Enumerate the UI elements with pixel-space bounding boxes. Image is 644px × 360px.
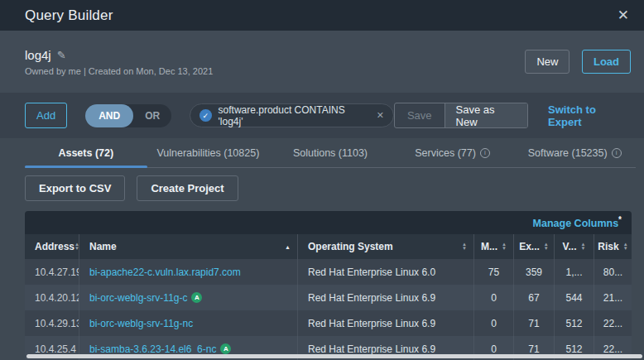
cell-risk: 22...	[594, 310, 632, 336]
edit-icon[interactable]: ✎	[57, 49, 66, 61]
asset-name-link[interactable]: bi-orc-weblg-srv-11g-nc	[89, 318, 193, 329]
column-header-v[interactable]: V... ▲▼	[555, 234, 594, 259]
query-builder-band: Add AND OR ✓ software.product CONTAINS '…	[0, 93, 644, 138]
create-project-button[interactable]: Create Project	[137, 175, 238, 201]
table-header-row: Address ▲▼ Name ▲ Operating System ▲▼ M.…	[25, 234, 632, 259]
sort-icon[interactable]: ▲▼	[544, 242, 549, 251]
column-header-name[interactable]: Name ▲	[79, 234, 298, 259]
filter-chip-text: software.product CONTAINS 'log4j'	[219, 104, 367, 127]
query-identity: log4j ✎ Owned by me | Created on Mon, De…	[25, 48, 213, 76]
column-header-risk[interactable]: Risk ▲▼	[594, 234, 632, 259]
cell-address: 10.4.27.190	[25, 259, 79, 285]
result-tabs: Assets (72) Vulnerabilities (10825) Solu…	[25, 138, 636, 168]
save-button[interactable]: Save	[395, 103, 445, 127]
save-button-group: Save Save as New	[394, 103, 528, 128]
query-meta: Owned by me | Created on Mon, Dec 13, 20…	[25, 66, 213, 76]
remove-filter-icon[interactable]: ✕	[377, 110, 384, 121]
cell-address: 10.4.29.135	[25, 310, 79, 336]
info-icon: i	[480, 148, 490, 158]
sort-asc-icon[interactable]: ▲	[285, 244, 291, 250]
toggle-or[interactable]: OR	[133, 110, 171, 122]
agent-badge-icon: A	[220, 343, 231, 354]
sort-icon[interactable]: ▲▼	[502, 242, 507, 251]
cell-os: Red Hat Enterprise Linux 6.9	[298, 310, 474, 336]
asset-name-link[interactable]: bi-orc-weblg-srv-11g-c	[89, 292, 187, 304]
table-actions: Export to CSV Create Project	[25, 175, 644, 201]
asterisk-badge: *	[618, 215, 622, 224]
load-button[interactable]: Load	[582, 50, 631, 74]
cell-risk: 21...	[594, 285, 632, 310]
column-header-address[interactable]: Address ▲▼	[25, 234, 79, 259]
filter-chip[interactable]: ✓ software.product CONTAINS 'log4j' ✕	[190, 103, 394, 127]
query-info-section: log4j ✎ Owned by me | Created on Mon, De…	[0, 31, 644, 93]
check-circle-icon: ✓	[199, 109, 211, 122]
query-info-buttons: New Load	[525, 50, 631, 74]
close-icon[interactable]: ✕	[618, 8, 629, 22]
table-row[interactable]: 10.4.29.135 bi-orc-weblg-srv-11g-nc Red …	[25, 310, 632, 336]
cell-m: 0	[474, 285, 514, 310]
sort-icon[interactable]: ▲▼	[580, 242, 585, 251]
cell-address: 10.4.20.124	[25, 285, 79, 310]
export-to-csv-button[interactable]: Export to CSV	[25, 175, 125, 201]
table-row[interactable]: 10.4.27.190 bi-apache22-c.vuln.lax.rapid…	[25, 259, 632, 285]
info-icon: i	[612, 148, 622, 158]
cell-ex: 67	[514, 285, 555, 310]
page-title: Query Builder	[25, 7, 113, 24]
asset-name-link[interactable]: bi-samba-3.6.23-14.el6_6-nc	[89, 343, 216, 355]
cell-ex: 71	[514, 310, 555, 336]
horizontal-scrollbar[interactable]	[26, 354, 642, 358]
cell-m: 0	[474, 310, 514, 336]
cell-v: 544	[555, 285, 594, 310]
query-name: log4j	[25, 48, 51, 62]
and-or-toggle: AND OR	[85, 104, 171, 127]
column-header-m[interactable]: M... ▲▼	[474, 234, 514, 259]
manage-columns-link[interactable]: Manage Columns*	[533, 215, 622, 229]
tab-assets[interactable]: Assets (72)	[25, 138, 147, 167]
sort-icon[interactable]: ▲▼	[623, 242, 628, 251]
dialog-titlebar: Query Builder ✕	[0, 0, 644, 31]
query-builder-dialog: Query Builder ✕ log4j ✎ Owned by me | Cr…	[0, 0, 644, 360]
tab-solutions[interactable]: Solutions (1103)	[269, 138, 392, 167]
asset-name-link[interactable]: bi-apache22-c.vuln.lax.rapid7.com	[89, 266, 241, 278]
switch-to-expert-link[interactable]: Switch to Expert	[548, 103, 631, 128]
column-header-os[interactable]: Operating System ▲▼	[298, 234, 474, 259]
column-header-ex[interactable]: Ex... ▲▼	[514, 234, 555, 259]
cell-v: 1,...	[555, 259, 594, 285]
cell-os: Red Hat Enterprise Linux 6.9	[298, 285, 474, 310]
toggle-and[interactable]: AND	[85, 104, 133, 127]
cell-os: Red Hat Enterprise Linux 6.0	[298, 259, 474, 285]
table-row[interactable]: 10.4.20.124 bi-orc-weblg-srv-11g-cA Red …	[25, 285, 632, 310]
save-as-new-button[interactable]: Save as New	[445, 103, 528, 127]
agent-badge-icon: A	[191, 292, 202, 303]
cell-ex: 359	[514, 259, 555, 285]
cell-v: 512	[555, 310, 594, 336]
tab-software[interactable]: Software (15235) i	[513, 138, 636, 167]
tab-vulnerabilities[interactable]: Vulnerabilities (10825)	[147, 138, 270, 167]
tab-services[interactable]: Services (77) i	[392, 138, 514, 167]
assets-table: Manage Columns* Address ▲▼ Name ▲ Operat…	[25, 211, 632, 360]
add-filter-button[interactable]: Add	[25, 103, 67, 128]
table-toolbar: Manage Columns*	[25, 211, 632, 234]
cell-m: 75	[474, 259, 514, 285]
sort-icon[interactable]: ▲▼	[462, 242, 467, 251]
cell-risk: 80...	[594, 259, 632, 285]
new-button[interactable]: New	[525, 50, 570, 74]
